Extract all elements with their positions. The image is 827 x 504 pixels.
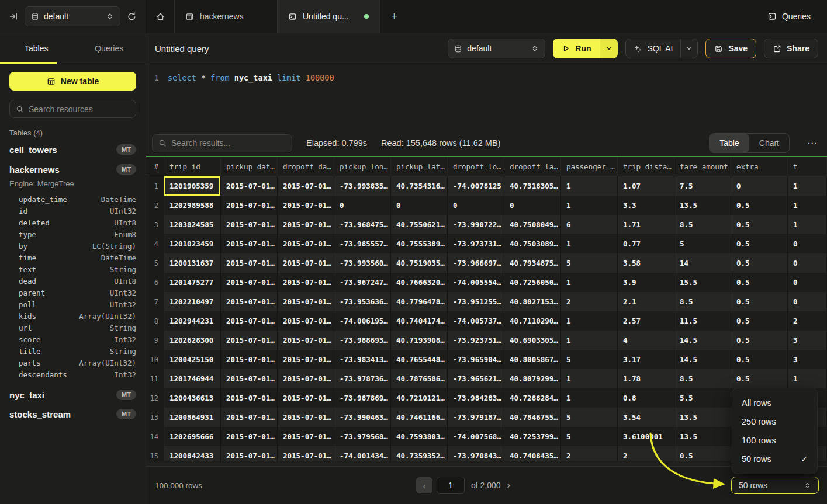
sidebar-search-input[interactable]: [29, 105, 134, 114]
cell[interactable]: -74.006195…: [334, 311, 391, 331]
previous-page-button[interactable]: ‹: [416, 477, 432, 493]
cell[interactable]: 2015-07-01…: [278, 331, 334, 350]
cell[interactable]: 40.7555389…: [391, 234, 448, 253]
cell[interactable]: 2015-07-01…: [221, 253, 278, 273]
cell[interactable]: 6: [561, 215, 618, 234]
cell[interactable]: -73.973731…: [448, 234, 504, 253]
new-tab-button[interactable]: +: [380, 0, 409, 33]
cell[interactable]: 3.3: [618, 196, 674, 215]
cell[interactable]: 11.5: [674, 311, 731, 331]
cell[interactable]: -73.978736…: [334, 369, 391, 388]
cell[interactable]: 1201023459: [164, 234, 221, 253]
cell[interactable]: 0.5: [731, 331, 788, 350]
sidebar-table-cell-towers[interactable]: cell_towers MT: [9, 144, 136, 155]
cell[interactable]: 0: [788, 292, 827, 311]
cell[interactable]: 40.7550621…: [391, 215, 448, 234]
cell[interactable]: 1: [561, 311, 618, 331]
cell[interactable]: 3.17: [618, 350, 674, 369]
new-table-button[interactable]: New table: [9, 72, 136, 91]
cell[interactable]: 40.6903305…: [504, 331, 561, 350]
cell[interactable]: -73.990463…: [334, 408, 391, 427]
cell[interactable]: 1200436613: [164, 388, 221, 408]
next-page-button[interactable]: ›: [507, 479, 511, 491]
sidebar-table-nyc-taxi[interactable]: nyc_taxi MT: [9, 389, 136, 401]
cell[interactable]: 40.8005867…: [504, 350, 561, 369]
cell[interactable]: 40.7359352…: [391, 446, 448, 461]
cell[interactable]: 1202944231: [164, 311, 221, 331]
cell[interactable]: 2015-07-01…: [221, 176, 278, 196]
cell[interactable]: -73.993560…: [334, 253, 391, 273]
cell[interactable]: 40.7110290…: [504, 311, 561, 331]
cell[interactable]: 1200131637: [164, 253, 221, 273]
cell[interactable]: 40.7934875…: [504, 253, 561, 273]
cell[interactable]: 2015-07-01…: [221, 350, 278, 369]
results-more-button[interactable]: ⋯: [804, 137, 821, 150]
cell[interactable]: 14.5: [674, 350, 731, 369]
cell[interactable]: 2015-07-01…: [221, 196, 278, 215]
cell[interactable]: 1200864931: [164, 408, 221, 427]
cell[interactable]: 1200425150: [164, 350, 221, 369]
column-header-fare_amount[interactable]: fare_amount: [674, 157, 731, 176]
cell[interactable]: 1202628300: [164, 331, 221, 350]
cell[interactable]: -73.951255…: [448, 292, 504, 311]
cell[interactable]: 2015-07-01…: [278, 215, 334, 234]
sql-ai-options-button[interactable]: [680, 39, 697, 58]
cell[interactable]: 2015-07-01…: [221, 427, 278, 446]
cell[interactable]: 5: [561, 253, 618, 273]
cell[interactable]: 4: [618, 331, 674, 350]
cell[interactable]: 8.5: [674, 215, 731, 234]
cell[interactable]: 0: [788, 253, 827, 273]
cell[interactable]: 2015-07-01…: [278, 196, 334, 215]
cell[interactable]: 2015-07-01…: [221, 446, 278, 461]
cell[interactable]: 5.5: [674, 388, 731, 408]
cell[interactable]: 40.7318305…: [504, 176, 561, 196]
cell[interactable]: 3: [788, 350, 827, 369]
cell[interactable]: 14.5: [674, 331, 731, 350]
cell[interactable]: 40.7256050…: [504, 273, 561, 292]
cell[interactable]: -74.005737…: [448, 311, 504, 331]
cell[interactable]: 5: [674, 234, 731, 253]
column-header-pickup_lat[interactable]: pickup_lat…: [391, 157, 448, 176]
cell[interactable]: -73.987869…: [334, 388, 391, 408]
cell[interactable]: 0.77: [618, 234, 674, 253]
home-tab[interactable]: [146, 0, 175, 33]
query-database-selector[interactable]: default: [448, 39, 545, 58]
run-button[interactable]: Run: [553, 39, 600, 58]
cell[interactable]: 2.1: [618, 292, 674, 311]
column-header-trip_dista[interactable]: trip_dista…: [618, 157, 674, 176]
cell[interactable]: 40.7503089…: [504, 234, 561, 253]
tab-hackernews[interactable]: hackernews: [175, 0, 278, 33]
column-header-t[interactable]: t: [788, 157, 827, 176]
column-header-extra[interactable]: extra: [731, 157, 788, 176]
cell[interactable]: 0.5: [731, 311, 788, 331]
menu-item-250-rows[interactable]: 250 rows: [732, 412, 817, 431]
cell[interactable]: 13.5: [674, 196, 731, 215]
cell[interactable]: 1203824585: [164, 215, 221, 234]
cell[interactable]: 3.54: [618, 408, 674, 427]
cell[interactable]: 1: [561, 369, 618, 388]
refresh-button[interactable]: [126, 11, 138, 23]
cell[interactable]: 40.7404174…: [391, 311, 448, 331]
cell[interactable]: 40.7408435…: [504, 446, 561, 461]
cell[interactable]: 2015-07-01…: [278, 446, 334, 461]
view-tab-table[interactable]: Table: [710, 134, 749, 152]
cell[interactable]: -73.993835…: [334, 176, 391, 196]
cell[interactable]: 0: [788, 234, 827, 253]
cell[interactable]: 1: [788, 215, 827, 234]
cell[interactable]: 40.7796478…: [391, 292, 448, 311]
column-header-dropoff_la[interactable]: dropoff_la…: [504, 157, 561, 176]
cell[interactable]: 0.5: [731, 253, 788, 273]
cell[interactable]: -73.983413…: [334, 350, 391, 369]
cell[interactable]: 40.7593803…: [391, 427, 448, 446]
cell[interactable]: -74.001434…: [334, 446, 391, 461]
cell[interactable]: 2.57: [618, 311, 674, 331]
cell[interactable]: 1202695666: [164, 427, 221, 446]
cell[interactable]: 1200842433: [164, 446, 221, 461]
cell[interactable]: 2015-07-01…: [221, 369, 278, 388]
menu-item-100-rows[interactable]: 100 rows: [732, 431, 817, 450]
cell[interactable]: 1: [561, 234, 618, 253]
cell[interactable]: 2015-07-01…: [221, 311, 278, 331]
sql-editor[interactable]: 1 select * from nyc_taxi limit 100000: [146, 64, 827, 132]
cell[interactable]: -73.967247…: [334, 273, 391, 292]
page-size-selector[interactable]: 50 rows: [731, 477, 819, 494]
